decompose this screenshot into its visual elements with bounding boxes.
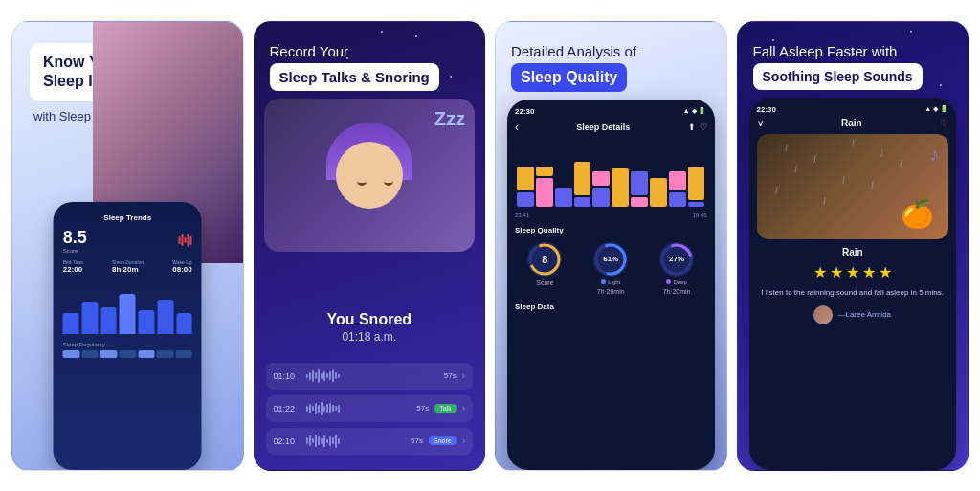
card-recording: Record Your Sleep Talks & Snoring <box>254 21 486 471</box>
testimonial-text: I listen to the rainning sound and fall … <box>757 287 949 298</box>
rec-time-1: 01:10 <box>274 371 301 381</box>
music-note-icon: ♪ <box>929 144 939 166</box>
snore-badge: Snore <box>429 436 457 445</box>
status-time-4: 22:30 <box>757 105 776 114</box>
fruit-emoji: 🍊 <box>901 198 934 230</box>
chevron-down-icon[interactable]: ∨ <box>757 118 764 128</box>
rating-stars: ★ ★ ★ ★ ★ <box>757 263 949 281</box>
phone-4-header: ∨ Rain ♡ <box>757 118 949 128</box>
score-ring: 8 <box>527 242 562 277</box>
bar-4 <box>120 294 136 333</box>
phone-screen-3: 22:30 ▲ ◆ 🔋 ‹ Sleep Details ⬆ ♡ <box>507 100 715 470</box>
screen-title-1: Sleep Trends <box>63 213 192 222</box>
zzz-indicator: Zzz <box>434 108 465 130</box>
bar-5 <box>139 310 155 334</box>
bar-chart-1 <box>63 281 192 334</box>
sleep-score-row: 8.5 Score <box>63 228 192 254</box>
deep-val: 27% <box>669 255 684 263</box>
rec-time-2: 01:22 <box>274 404 301 413</box>
star-4: ★ <box>862 263 876 281</box>
quality-section-title: Sleep Quality <box>515 226 707 234</box>
avatar-eye-right <box>384 180 393 186</box>
time-info-row: Bed Time 22:00 Sleep Duration 8h·20m Wak… <box>63 259 192 274</box>
card-analysis: Detailed Analysis of Sleep Quality 22:30… <box>495 21 727 471</box>
sound-name-display: Rain <box>757 247 949 257</box>
record-title: Record Your <box>270 43 470 59</box>
sleep-data-label: Sleep Data <box>515 302 707 311</box>
snored-label: You Snored 01:18 a.m. <box>326 311 412 344</box>
rec-wave-3 <box>306 433 406 450</box>
analysis-subtitle: Sleep Quality <box>521 69 617 86</box>
chart-start-time: 23:41 <box>515 212 529 218</box>
rec-arrow-2: › <box>462 403 465 413</box>
star-2: ★ <box>830 263 843 281</box>
wake-time-item: Wake Up 08:00 <box>172 259 191 274</box>
fall-subtitle-box: Soothing Sleep Sounds <box>753 63 923 90</box>
score-number: 8.5 Score <box>63 228 87 254</box>
rec-wave-1 <box>306 368 438 385</box>
analysis-title: Detailed Analysis of <box>511 43 711 59</box>
star-3: ★ <box>846 263 859 281</box>
status-icons-4: ▲ ◆ 🔋 <box>924 105 948 114</box>
light-val: 61% <box>603 255 618 263</box>
card-sleep-insight: Know Your Sleep Insight with Sleep Monit… <box>11 21 244 471</box>
sleep-duration-item: Sleep Duration 8h·20m <box>112 259 144 274</box>
fall-title: Fall Asleep Faster with <box>753 43 953 59</box>
regularity-section: Sleep Regularity <box>63 342 192 358</box>
avatar-head <box>336 142 403 209</box>
reviewer-name: —Laree Armida <box>837 310 891 319</box>
snored-text: You Snored <box>326 311 412 328</box>
bookmark-icon[interactable]: ♡ <box>700 123 707 132</box>
fall-top-text: Fall Asleep Faster with Soothing Sleep S… <box>738 22 969 98</box>
rec-duration-2: 57s <box>416 404 429 413</box>
card-2-content: Record Your Sleep Talks & Snoring <box>255 22 485 470</box>
rain-sound-image: 🍊 ♪ <box>757 134 949 239</box>
quality-circles: 8 Score 61% Light <box>515 242 707 295</box>
rec-arrow-1: › <box>462 370 465 381</box>
status-icons-3: ▲ ◆ 🔋 <box>683 107 707 116</box>
phone-screen-1: Sleep Trends 8.5 Score <box>54 202 202 470</box>
light-time: 7h·20min <box>597 288 625 295</box>
recording-item-1[interactable]: 01:10 57s <box>266 363 474 390</box>
fall-subtitle: Soothing Sleep Sounds <box>763 69 913 84</box>
light-ring: 61% <box>593 242 628 277</box>
status-time-3: 22:30 <box>515 107 534 116</box>
rec-wave-2 <box>306 400 412 417</box>
phone-3-header: ‹ Sleep Details ⬆ ♡ <box>515 121 707 134</box>
talk-badge: Talk <box>434 404 456 413</box>
avatar-section: Zzz You Snored 01:18 a.m. <box>264 99 476 353</box>
wave-mini <box>87 231 192 250</box>
phone-4-status-bar: 22:30 ▲ ◆ 🔋 <box>757 105 949 114</box>
recording-item-3[interactable]: 02:10 57s <box>266 428 474 455</box>
record-subtitle-box: Sleep Talks & Snoring <box>270 63 439 91</box>
rec-duration-1: 57s <box>444 371 457 380</box>
heart-icon[interactable]: ♡ <box>940 118 948 128</box>
avatar-eye-left <box>357 180 367 186</box>
bar-1 <box>63 313 79 334</box>
sound-name-title: Rain <box>841 118 862 128</box>
snored-time: 01:18 a.m. <box>326 330 412 344</box>
bar-2 <box>81 302 98 334</box>
rec-arrow-3: › <box>462 435 465 446</box>
recording-item-2[interactable]: 01:22 57s <box>266 395 474 422</box>
chart-end-time: 10:45 <box>692 212 706 218</box>
card-4-content: Fall Asleep Faster with Soothing Sleep S… <box>738 22 969 470</box>
phone-3-action-icons: ⬆ ♡ <box>688 123 707 132</box>
avatar-figure <box>326 123 412 228</box>
rec-time-3: 02:10 <box>274 436 301 446</box>
phone-mockup-1: Sleep Trends 8.5 Score <box>22 133 234 469</box>
light-label: Light <box>608 279 620 285</box>
reviewer-row: —Laree Armida <box>757 305 949 324</box>
share-icon[interactable]: ⬆ <box>688 123 696 132</box>
record-subtitle: Sleep Talks & Snoring <box>279 69 430 85</box>
analysis-subtitle-box: Sleep Quality <box>511 63 627 92</box>
deep-time: 7h·20min <box>663 288 691 295</box>
bed-time-item: Bed Time 22:00 <box>63 259 83 274</box>
reviewer-avatar <box>813 305 833 324</box>
reg-bars <box>63 350 192 358</box>
deep-circle: 27% Deep 7h·20min <box>647 242 707 295</box>
star-1: ★ <box>813 263 827 281</box>
back-button-3[interactable]: ‹ <box>515 121 519 134</box>
record-top-text: Record Your Sleep Talks & Snoring <box>255 22 485 99</box>
score-val: 8 <box>542 254 547 265</box>
